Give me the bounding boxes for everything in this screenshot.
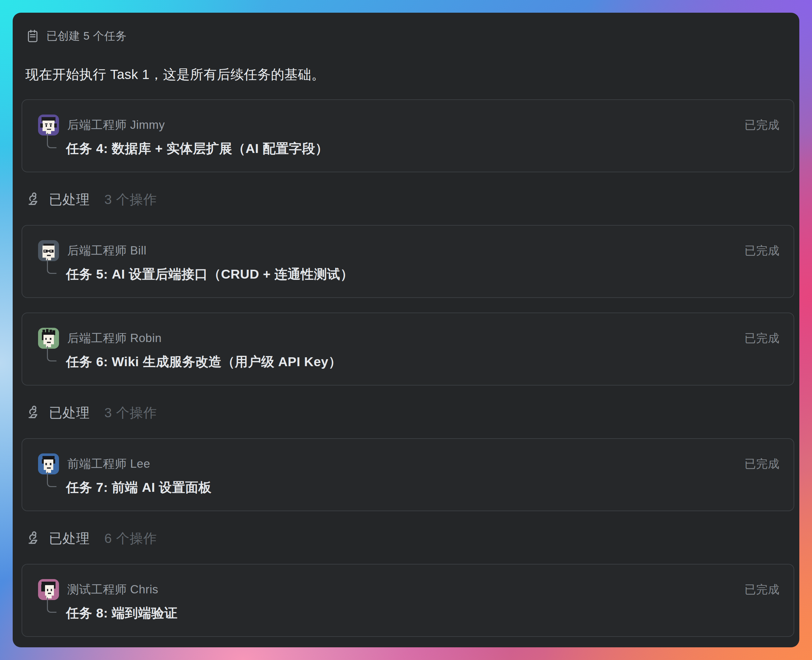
- avatar-chris: [38, 579, 59, 600]
- agent-name: 测试工程师 Chris: [67, 582, 158, 598]
- status-badge: 已完成: [744, 117, 780, 133]
- avatar-bill: [38, 240, 59, 261]
- status-badge: 已完成: [744, 243, 780, 259]
- agent-name: 后端工程师 Jimmy: [67, 117, 165, 133]
- processed-actions-row[interactable]: 已处理 3 个操作: [25, 191, 794, 208]
- status-badge: 已完成: [744, 582, 780, 598]
- task-title: 任务 5: AI 设置后端接口（CRUD + 连通性测试）: [66, 266, 353, 282]
- intro-text: 现在开始执行 Task 1，这是所有后续任务的基础。: [25, 66, 794, 84]
- task-title: 任务 6: Wiki 生成服务改造（用户级 API Key）: [66, 354, 342, 370]
- processed-label: 已处理: [49, 530, 90, 547]
- task-title: 任务 8: 端到端验证: [66, 605, 177, 621]
- pixel-face-dark-hair-icon: [38, 454, 59, 474]
- tasks-created-header: 已创建 5 个任务: [22, 29, 794, 43]
- task-title: 任务 4: 数据库 + 实体层扩展（AI 配置字段）: [66, 141, 328, 156]
- pixel-face-glasses-icon: [38, 240, 59, 261]
- person-laptop-icon: [25, 530, 42, 547]
- agent-task-card[interactable]: 测试工程师 Chris 已完成 任务 8: 端到端验证: [22, 564, 794, 637]
- avatar-robin: [38, 328, 59, 349]
- avatar-jimmy: [38, 114, 59, 135]
- avatar-lee: [38, 454, 59, 474]
- person-laptop-icon: [25, 404, 42, 421]
- processed-label: 已处理: [49, 404, 90, 422]
- clipboard-icon: [25, 29, 40, 43]
- tasks-created-label: 已创建 5 个任务: [46, 29, 127, 43]
- agent-name: 后端工程师 Bill: [67, 243, 147, 259]
- pixel-face-side-bang-icon: [38, 579, 59, 600]
- tree-branch-icon: [47, 346, 57, 362]
- processed-count: 3 个操作: [104, 191, 157, 208]
- processed-actions-row[interactable]: 已处理 3 个操作: [25, 404, 794, 422]
- tree-branch-icon: [47, 472, 57, 487]
- pixel-face-headphones-icon: [38, 114, 59, 135]
- tree-branch-icon: [47, 133, 57, 148]
- agent-name: 前端工程师 Lee: [67, 456, 150, 472]
- status-badge: 已完成: [744, 456, 780, 472]
- pixel-face-spiky-hair-icon: [38, 328, 59, 349]
- processed-label: 已处理: [49, 191, 90, 208]
- tree-branch-icon: [47, 598, 57, 613]
- processed-count: 3 个操作: [104, 404, 157, 422]
- agent-task-card[interactable]: 后端工程师 Robin 已完成 任务 6: Wiki 生成服务改造（用户级 AP…: [22, 313, 794, 386]
- task-title: 任务 7: 前端 AI 设置面板: [66, 479, 212, 495]
- agent-task-card[interactable]: 后端工程师 Bill 已完成 任务 5: AI 设置后端接口（CRUD + 连通…: [22, 225, 794, 298]
- status-badge: 已完成: [744, 331, 780, 346]
- agent-task-card[interactable]: 后端工程师 Jimmy 已完成 任务 4: 数据库 + 实体层扩展（AI 配置字…: [22, 99, 794, 172]
- person-laptop-icon: [25, 191, 42, 208]
- processed-actions-row[interactable]: 已处理 6 个操作: [25, 530, 794, 547]
- tasks-panel: 已创建 5 个任务 现在开始执行 Task 1，这是所有后续任务的基础。: [13, 13, 799, 647]
- agent-task-card[interactable]: 前端工程师 Lee 已完成 任务 7: 前端 AI 设置面板: [22, 438, 794, 511]
- agent-name: 后端工程师 Robin: [67, 330, 161, 346]
- tree-branch-icon: [47, 259, 57, 274]
- processed-count: 6 个操作: [104, 530, 157, 547]
